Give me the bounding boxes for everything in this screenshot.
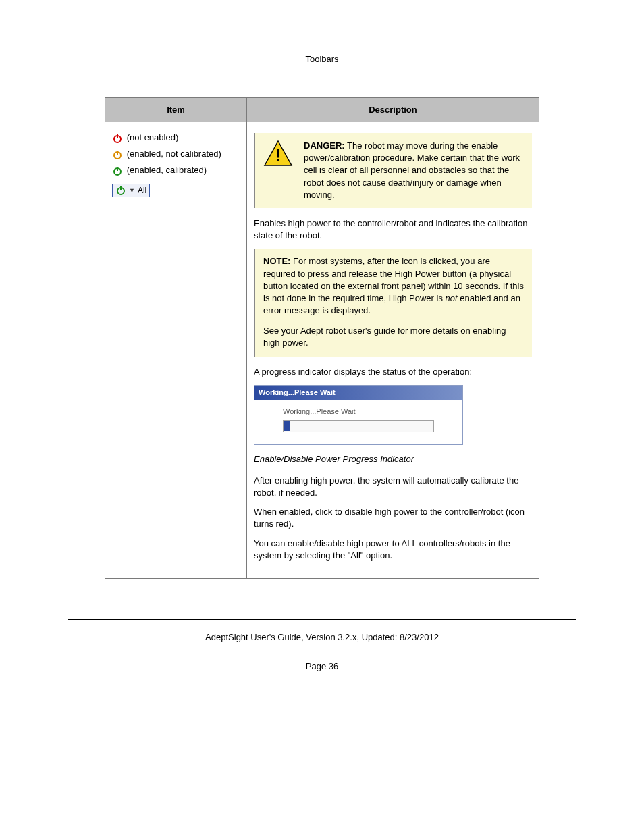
state-label: (enabled, not calibrated) <box>127 149 221 159</box>
header-rule <box>68 70 576 70</box>
chevron-down-icon: ▼ <box>129 186 135 195</box>
progress-caption: Enable/Disable Power Progress Indicator <box>254 453 532 465</box>
state-label: (not enabled) <box>127 132 179 142</box>
note-see: See your Adept robot user's guide for mo… <box>263 325 524 349</box>
state-label: (enabled, calibrated) <box>127 165 207 175</box>
svg-text:!: ! <box>275 145 281 165</box>
note-em: not <box>446 293 458 303</box>
progress-dialog: Working...Please Wait Working...Please W… <box>254 385 463 445</box>
progress-bar-fill <box>284 421 290 431</box>
progress-dialog-title: Working...Please Wait <box>254 386 462 400</box>
page-number: Page 36 <box>68 661 576 671</box>
item-cell: (not enabled) (enabled, not calibrated) … <box>105 122 247 579</box>
note-callout: NOTE: For most systems, after the icon i… <box>254 249 532 356</box>
note-label: NOTE: <box>263 256 290 266</box>
warning-icon: ! <box>263 140 304 201</box>
enables-text: Enables high power to the controller/rob… <box>254 217 532 242</box>
danger-label: DANGER: <box>304 140 345 151</box>
power-all-dropdown[interactable]: ▼ All <box>112 184 150 198</box>
power-icon-not-enabled <box>112 133 123 144</box>
page-header-title: Toolbars <box>68 54 576 64</box>
power-icon-enabled-notcal <box>112 149 123 160</box>
table-row: (not enabled) (enabled, not calibrated) … <box>105 122 539 579</box>
col-header-desc: Description <box>247 98 539 122</box>
col-header-item: Item <box>105 98 247 122</box>
power-icon-enabled-cal <box>112 165 123 176</box>
power-icon-all <box>115 185 126 196</box>
all-option-text: You can enable/disable high power to ALL… <box>254 538 532 562</box>
after-enable-text: After enabling high power, the system wi… <box>254 475 532 499</box>
footer-guide: AdeptSight User's Guide, Version 3.2.x, … <box>68 632 576 642</box>
desc-cell: ! DANGER: The robot may move during the … <box>247 122 539 579</box>
when-enabled-text: When enabled, click to disable high powe… <box>254 506 532 530</box>
all-label: All <box>138 185 146 197</box>
danger-callout: ! DANGER: The robot may move during the … <box>254 133 532 208</box>
footer-rule <box>68 619 576 620</box>
toolbar-table: Item Description (not enabled) <box>105 97 539 579</box>
progress-intro: A progress indicator displays the status… <box>254 366 532 378</box>
progress-bar <box>283 420 434 432</box>
progress-dialog-body-text: Working...Please Wait <box>283 407 434 417</box>
